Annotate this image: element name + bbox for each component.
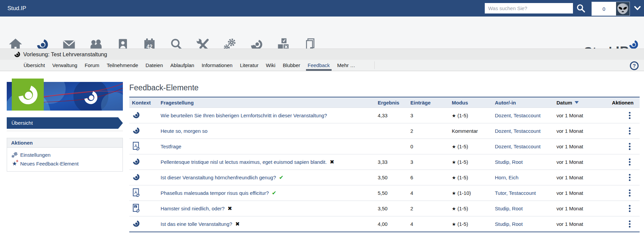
author-link[interactable]: Studip, Root	[495, 221, 523, 227]
sidebar-action-label: Neues Feedback-Element	[20, 161, 78, 167]
row-actions-menu-icon[interactable]	[628, 173, 632, 182]
tab-label: Forum	[85, 62, 99, 68]
mode-value: ★ (1-5)	[448, 206, 490, 211]
question-link[interactable]: Wie beurteilen Sie Ihren bisherigen Lern…	[161, 113, 327, 118]
avatar[interactable]	[616, 2, 630, 16]
star-icon: ★	[452, 175, 456, 180]
star-icon: ★	[452, 190, 456, 196]
seminar-icon	[132, 219, 140, 228]
row-actions-menu-icon[interactable]	[628, 188, 632, 198]
actions-widget: Aktionen Einstellungen★+Neues Feedback-E…	[7, 138, 123, 172]
star-icon: ★	[452, 113, 456, 118]
sidebar-action-label: Einstellungen	[20, 152, 50, 158]
tab-verwaltung[interactable]: Verwaltung	[52, 60, 77, 71]
question-link[interactable]: Heute so, morgen so	[161, 128, 207, 134]
col-kontext[interactable]: Kontext	[129, 100, 158, 106]
chevron-down-icon[interactable]	[634, 6, 641, 10]
alien-avatar-icon	[616, 2, 630, 16]
tab-teilnehmende[interactable]: Teilnehmende	[107, 60, 138, 71]
course-tabs: ÜbersichtVerwaltungForumTeilnehmendeDate…	[24, 60, 355, 71]
row-actions-menu-icon[interactable]	[628, 142, 632, 151]
table-row: Hamster sind niedlich, oder?✖3,502★ (1-5…	[129, 201, 640, 216]
author-link[interactable]: Dozent, Testaccount	[495, 144, 541, 149]
author-link[interactable]: Horn, Eich	[495, 175, 518, 180]
table-row: Pellentesque tristique nisl ut lectus ma…	[129, 154, 640, 170]
star-plus-icon: ★+	[11, 160, 18, 167]
help-icon[interactable]: ?	[630, 61, 639, 70]
tab-mehr[interactable]: Mehr …	[337, 60, 355, 71]
result-value: 5,50	[372, 190, 404, 196]
author-link[interactable]: Studip, Root	[495, 206, 523, 211]
avatar-spiral-icon	[16, 83, 40, 107]
author-link[interactable]: Dozent, Testaccount	[495, 128, 541, 134]
question-link[interactable]: Ist dieser Veranstaltung hörnchenfreundl…	[161, 175, 276, 180]
tab-übersicht[interactable]: Übersicht	[24, 60, 45, 71]
tab-label: Wiki	[266, 62, 275, 68]
main-icon-nav: Veranstaltungen	[0, 17, 644, 49]
row-actions-menu-icon[interactable]	[628, 219, 632, 229]
col-datum[interactable]: Datum	[552, 100, 604, 106]
sidebar-action-gears[interactable]: Einstellungen	[11, 150, 118, 159]
col-ergebnis[interactable]: Ergebnis	[372, 100, 404, 106]
notification-counter: 0	[592, 2, 616, 16]
search-icon[interactable]	[576, 4, 585, 13]
entries-value: 3	[404, 113, 448, 118]
sidebar-item-uebersicht[interactable]: Übersicht	[7, 117, 123, 129]
tab-dateien[interactable]: Dateien	[145, 60, 163, 71]
author-link[interactable]: Tutor, Testaccount	[495, 190, 536, 196]
mode-value: ★ (1-5)	[448, 221, 490, 227]
entries-value: 2	[404, 128, 448, 134]
question-link[interactable]: Hamster sind niedlich, oder?	[161, 206, 225, 211]
table-row: Ist dieser Veranstaltung hörnchenfreundl…	[129, 170, 640, 185]
row-actions-menu-icon[interactable]	[628, 157, 632, 167]
not-visible-cross-icon: ✖	[330, 159, 334, 165]
tab-label: Feedback	[308, 62, 330, 68]
mode-value: ★ (1-5)	[448, 144, 490, 149]
sidebar-action-star-plus[interactable]: ★+Neues Feedback-Element	[11, 159, 118, 168]
seminar-icon	[132, 157, 140, 166]
course-title: Vorlesung: Test Lehrveranstaltung	[23, 49, 107, 60]
row-actions-menu-icon[interactable]	[628, 126, 632, 136]
tab-divider	[374, 61, 375, 69]
tab-ablaufplan[interactable]: Ablaufplan	[170, 60, 194, 71]
question-link[interactable]: Pellentesque tristique nisl ut lectus ma…	[161, 159, 327, 165]
question-link[interactable]: Ist das eine tolle Veranstaltung?	[161, 221, 232, 227]
col-modus[interactable]: Modus	[448, 100, 490, 106]
question-link[interactable]: Testfrage	[161, 144, 181, 149]
result-value: 3,50	[372, 206, 404, 211]
tab-forum[interactable]: Forum	[85, 60, 99, 71]
search-input[interactable]	[485, 3, 573, 13]
row-actions-menu-icon[interactable]	[628, 111, 632, 120]
sidebar: Übersicht Aktionen Einstellungen★+Neues …	[7, 79, 123, 172]
col-autor[interactable]: Autor/-in	[490, 100, 552, 106]
table-row: Phasellus malesuada tempor risus quis ef…	[129, 185, 640, 201]
star-icon: ★	[452, 221, 456, 227]
col-aktionen: Aktionen	[604, 100, 640, 106]
visible-check-icon: ✔	[272, 190, 276, 196]
sort-desc-icon	[575, 101, 579, 104]
course-tab-bar: ÜbersichtVerwaltungForumTeilnehmendeDate…	[0, 60, 644, 71]
col-eintraege[interactable]: Einträge	[404, 100, 448, 106]
author-link[interactable]: Dozent, Testaccount	[495, 113, 541, 118]
mode-value: Kommentar	[448, 128, 490, 134]
tab-blubber[interactable]: Blubber	[283, 60, 300, 71]
user-widget[interactable]: 0	[591, 2, 630, 16]
date-value: vor 1 Monat	[552, 144, 604, 149]
tab-label: Dateien	[145, 62, 163, 68]
sidebar-nav: Übersicht	[7, 117, 123, 131]
col-fragestellung[interactable]: Fragestellung	[158, 100, 372, 106]
file-pdf-icon	[132, 188, 140, 197]
row-actions-menu-icon[interactable]	[628, 204, 632, 213]
seminar-icon	[132, 126, 140, 135]
tab-feedback[interactable]: Feedback	[308, 60, 330, 71]
global-search	[485, 3, 573, 13]
main-content: Feedback-Elemente Kontext Fragestellung …	[129, 83, 640, 232]
tab-informationen[interactable]: Informationen	[202, 60, 233, 71]
tab-wiki[interactable]: Wiki	[266, 60, 275, 71]
author-link[interactable]: Studip, Root	[495, 159, 523, 165]
star-icon: ★	[452, 159, 456, 165]
mode-value: ★ (1-5)	[448, 175, 490, 180]
tab-literatur[interactable]: Literatur	[240, 60, 259, 71]
question-link[interactable]: Phasellus malesuada tempor risus quis ef…	[161, 190, 269, 196]
tab-label: Ablaufplan	[170, 62, 194, 68]
